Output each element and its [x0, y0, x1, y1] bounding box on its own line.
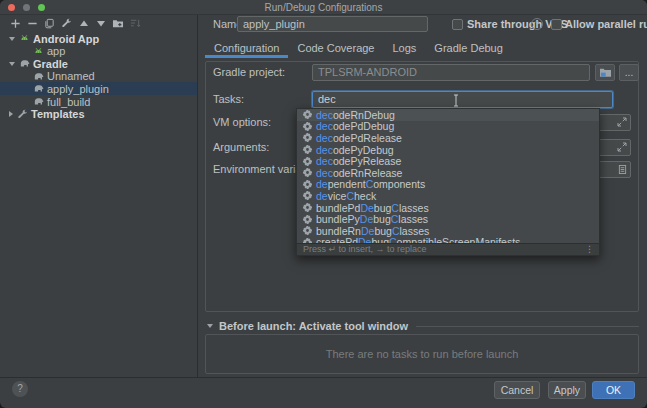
share-vcs-checkbox[interactable] — [452, 19, 463, 30]
match-highlight: C — [391, 202, 399, 214]
cancel-button[interactable]: Cancel — [494, 381, 540, 399]
item-text: bug — [374, 202, 392, 214]
tree-item-templates[interactable]: Templates — [0, 108, 197, 121]
item-text: heck — [354, 190, 376, 202]
chevron-right-icon[interactable] — [9, 111, 13, 117]
browse-project-button[interactable] — [595, 64, 615, 81]
tree-item-app[interactable]: app — [0, 45, 197, 58]
tab-configuration[interactable]: Configuration — [205, 40, 288, 58]
section-divider — [416, 326, 639, 327]
gradle-icon — [33, 96, 44, 107]
match-highlight: dec — [316, 120, 333, 132]
autocomplete-item[interactable]: decodePyDebug — [297, 144, 599, 156]
tree-item-gradle[interactable]: Gradle — [0, 57, 197, 70]
gradle-icon — [33, 83, 44, 94]
sort-icon — [128, 17, 142, 30]
tab-gradle-debug[interactable]: Gradle Debug — [425, 40, 512, 58]
autocomplete-hint-bar: Press ↵ to insert, → to replace⋮ — [297, 243, 599, 255]
before-launch-header[interactable]: Before launch: Activate tool window — [205, 320, 639, 332]
window-title: Run/Debug Configurations — [0, 2, 647, 13]
autocomplete-item[interactable]: bundleRnDebugClasses — [297, 225, 599, 237]
autocomplete-item[interactable]: dependentComponents — [297, 179, 599, 191]
autocomplete-item[interactable]: decodeRnRelease — [297, 167, 599, 179]
item-text: bundlePd — [316, 202, 360, 214]
title-bar: Run/Debug Configurations — [0, 0, 647, 15]
before-launch-empty-text: There are no tasks to run before launch — [206, 348, 638, 360]
item-text: lasses — [399, 202, 429, 214]
edit-defaults-icon[interactable] — [60, 17, 74, 30]
tasks-autocomplete-popup: decodeRnDebugdecodePdDebugdecodePdReleas… — [296, 108, 600, 256]
run-debug-configurations-dialog: Run/Debug Configurations Android AppappG… — [0, 0, 647, 408]
gear-icon — [303, 122, 312, 131]
gear-icon — [303, 191, 312, 200]
tree-item-apply-plugin[interactable]: apply_plugin — [0, 82, 197, 95]
tree-item-label: Templates — [31, 108, 85, 120]
match-highlight: C — [392, 225, 400, 237]
match-highlight: de — [316, 178, 328, 190]
footer-divider — [0, 377, 647, 378]
item-text: bug — [374, 225, 392, 237]
more-icon[interactable]: ⋮ — [585, 244, 593, 255]
expand-editor-icon[interactable] — [617, 117, 627, 127]
chevron-down-icon[interactable] — [9, 37, 15, 41]
tab-code-coverage[interactable]: Code Coverage — [288, 40, 383, 58]
item-text: omponents — [373, 178, 425, 190]
tasks-label: Tasks: — [213, 93, 244, 105]
autocomplete-item[interactable]: deviceCheck — [297, 190, 599, 202]
autocomplete-item[interactable]: bundlePyDebugClasses — [297, 213, 599, 225]
move-down-icon[interactable] — [94, 17, 108, 30]
gradle-project-input[interactable]: TPLSRM-ANDROID — [312, 64, 590, 81]
autocomplete-item[interactable]: bundlePdDebugClasses — [297, 202, 599, 214]
expand-editor-icon[interactable] — [617, 142, 627, 152]
tree-item-android-app[interactable]: Android App — [0, 32, 197, 45]
autocomplete-item[interactable]: decodePdDebug — [297, 121, 599, 133]
allow-parallel-label: Allow parallel run — [565, 18, 647, 30]
ok-button[interactable]: OK — [592, 381, 635, 399]
name-input[interactable]: apply_plugin — [237, 16, 428, 32]
more-options-button[interactable]: ... — [619, 64, 639, 81]
copy-icon[interactable] — [42, 17, 56, 30]
tree-item-label: app — [47, 45, 65, 57]
match-highlight: C — [346, 190, 354, 202]
match-highlight: De — [361, 225, 374, 237]
apply-button[interactable]: Apply — [548, 381, 586, 399]
gear-icon — [303, 110, 312, 119]
arguments-label: Arguments: — [213, 141, 269, 153]
vcs-help-icon[interactable]: ? — [531, 18, 543, 30]
autocomplete-hint-text: Press ↵ to insert, → to replace — [303, 244, 427, 255]
move-up-icon[interactable] — [77, 17, 91, 30]
item-text: odePdRelease — [333, 132, 402, 144]
item-text: odeRnRelease — [333, 167, 402, 179]
item-text: bundlePy — [316, 213, 360, 225]
help-button[interactable]: ? — [12, 381, 28, 397]
autocomplete-item[interactable]: decodePyRelease — [297, 155, 599, 167]
autocomplete-item[interactable]: decodeRnDebug — [297, 109, 599, 121]
tree-item-label: Unnamed — [47, 70, 95, 82]
item-text: odePyDebug — [333, 144, 394, 156]
tree-item-label: apply_plugin — [47, 83, 109, 95]
add-icon[interactable] — [8, 17, 22, 30]
match-highlight: De — [358, 237, 371, 243]
match-highlight: C — [366, 178, 374, 190]
android-icon — [19, 33, 30, 44]
match-highlight: De — [360, 213, 373, 225]
autocomplete-item[interactable]: decodePdRelease — [297, 132, 599, 144]
remove-icon[interactable] — [25, 17, 39, 30]
tab-logs[interactable]: Logs — [384, 40, 426, 58]
chevron-down-icon[interactable] — [9, 62, 15, 66]
item-text: ompatibleScreenManifests — [397, 237, 521, 243]
allow-parallel-checkbox[interactable] — [551, 19, 562, 30]
match-highlight: dec — [316, 109, 333, 121]
gradle-icon — [33, 71, 44, 82]
gradle-project-value: TPLSRM-ANDROID — [318, 66, 417, 78]
tree-item-full-build[interactable]: full_build — [0, 95, 197, 108]
tree-item-unnamed[interactable]: Unnamed — [0, 70, 197, 83]
browse-env-vars-icon[interactable] — [618, 164, 627, 175]
item-text: bug — [373, 213, 391, 225]
match-highlight: dec — [316, 167, 333, 179]
gear-icon — [303, 168, 312, 177]
tasks-input[interactable]: dec — [312, 91, 613, 108]
vm-options-label: VM options: — [213, 116, 271, 128]
templates-icon — [17, 109, 28, 120]
new-folder-icon[interactable] — [111, 17, 125, 30]
